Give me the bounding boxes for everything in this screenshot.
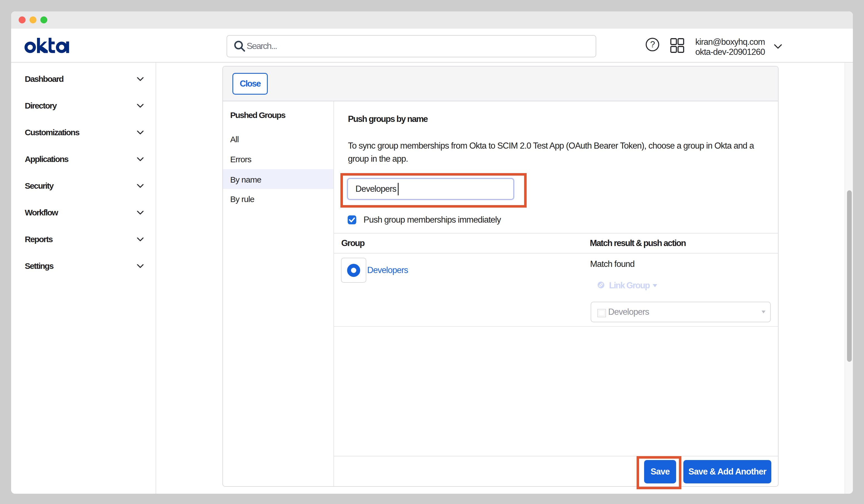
svg-text:?: ? [650,39,655,49]
